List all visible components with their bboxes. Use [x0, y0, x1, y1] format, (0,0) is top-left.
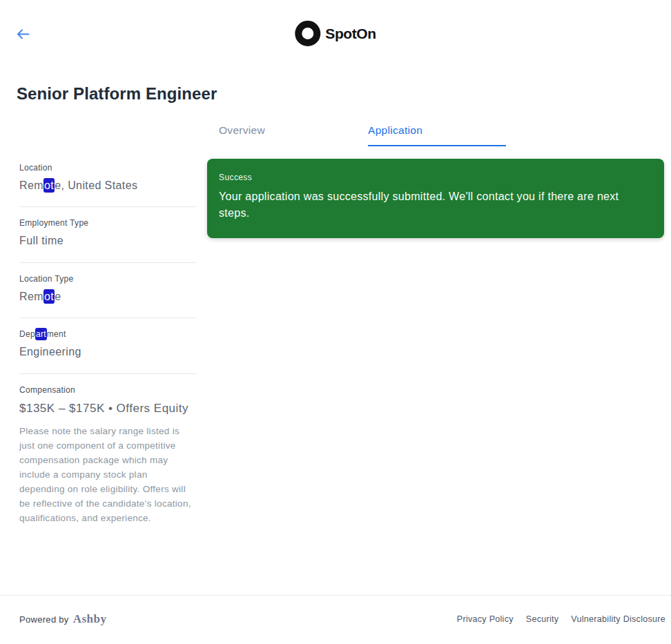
- page-footer: Powered by Ashby Privacy PolicySecurityV…: [0, 595, 671, 644]
- text-segment: Engineering: [19, 346, 81, 358]
- success-banner: Success Your application was successfull…: [207, 159, 664, 238]
- text-segment: e: [55, 291, 61, 302]
- job-detail-value-location-type: Remote: [19, 291, 197, 303]
- job-detail-value-location: Remote, United States: [19, 179, 197, 192]
- job-detail-department: DepartmentEngineering: [19, 329, 197, 373]
- text-segment: Rem: [19, 291, 43, 302]
- job-detail-value-department: Engineering: [19, 346, 197, 358]
- success-banner-message: Your application was successfully submit…: [219, 188, 650, 222]
- footer-link-privacy-policy[interactable]: Privacy Policy: [457, 614, 514, 624]
- job-detail-location: LocationRemote, United States: [19, 163, 197, 207]
- search-highlight: ot: [43, 289, 55, 304]
- text-segment: Full time: [19, 235, 64, 246]
- text-segment: Rem: [19, 179, 43, 191]
- powered-by: Powered by Ashby: [19, 612, 106, 626]
- text-segment: Employment Type: [19, 218, 88, 228]
- text-segment: Dep: [19, 329, 35, 339]
- job-detail-label-department: Department: [19, 329, 197, 339]
- search-highlight: ot: [43, 178, 55, 193]
- footer-link-security[interactable]: Security: [526, 614, 559, 624]
- footer-links: Privacy PolicySecurityVulnerability Disc…: [457, 614, 665, 624]
- content-area: LocationRemote, United StatesEmployment …: [0, 121, 671, 595]
- back-button[interactable]: [15, 28, 31, 41]
- ashby-logo[interactable]: Ashby: [73, 612, 107, 626]
- powered-by-label: Powered by: [19, 614, 69, 625]
- job-detail-value-compensation: $135K – $175K • Offers Equity: [19, 402, 197, 416]
- spoton-logo-icon: [295, 21, 320, 46]
- page-title: Senior Platform Engineer: [17, 84, 671, 104]
- text-segment: Location Type: [19, 274, 73, 284]
- footer-link-vulnerability-disclosure[interactable]: Vulnerability Disclosure: [571, 614, 665, 624]
- job-detail-value-employment-type: Full time: [19, 235, 197, 247]
- job-detail-compensation: Compensation$135K – $175K • Offers Equit…: [19, 385, 197, 526]
- main-content: OverviewApplication Success Your applica…: [207, 121, 671, 238]
- tab-overview[interactable]: Overview: [219, 124, 357, 146]
- text-segment: e, United States: [55, 179, 137, 191]
- text-segment: Compensation: [19, 385, 75, 395]
- spoton-logo-text: SpotOn: [325, 26, 376, 42]
- success-banner-title: Success: [219, 173, 653, 182]
- tabs: OverviewApplication: [219, 121, 671, 146]
- search-highlight: art: [35, 328, 47, 340]
- job-detail-label-location-type: Location Type: [19, 274, 197, 284]
- spoton-logo: SpotOn: [295, 21, 376, 46]
- compensation-note: Please note the salary range listed is j…: [19, 425, 192, 525]
- job-detail-label-employment-type: Employment Type: [19, 218, 197, 228]
- text-segment: Location: [19, 163, 52, 173]
- job-detail-employment-type: Employment TypeFull time: [19, 218, 197, 262]
- back-arrow-icon: [17, 31, 30, 41]
- page-header: SpotOn: [0, 0, 671, 69]
- job-detail-location-type: Location TypeRemote: [19, 274, 197, 318]
- text-segment: $135K – $175K • Offers Equity: [19, 402, 188, 415]
- job-details-sidebar: LocationRemote, United StatesEmployment …: [19, 121, 197, 537]
- tab-application[interactable]: Application: [368, 124, 506, 146]
- text-segment: ment: [47, 329, 66, 339]
- job-detail-label-location: Location: [19, 163, 197, 173]
- job-detail-label-compensation: Compensation: [19, 385, 197, 395]
